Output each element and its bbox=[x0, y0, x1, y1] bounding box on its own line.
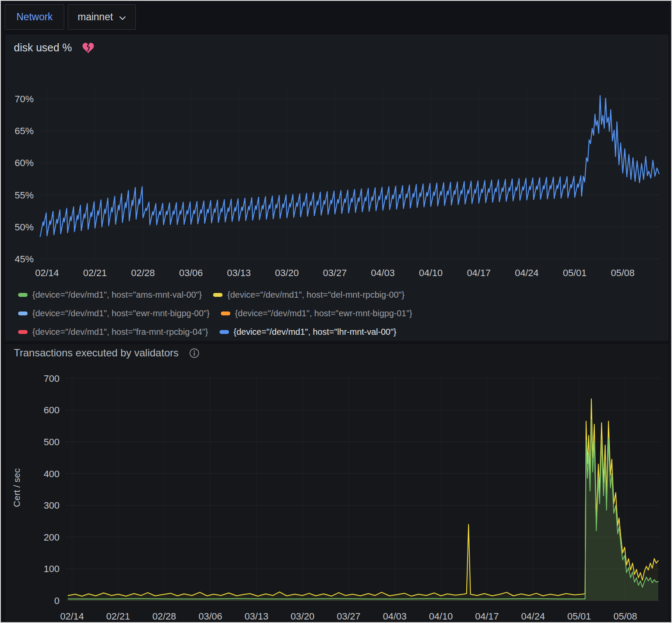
x-tick-label: 02/28 bbox=[152, 611, 176, 622]
x-tick-label: 05/01 bbox=[567, 611, 591, 622]
x-tick-label: 03/20 bbox=[275, 267, 299, 278]
x-tick-label: 04/10 bbox=[429, 611, 453, 622]
chevron-down-icon bbox=[119, 11, 126, 23]
network-variable-dropdown[interactable]: mainnet bbox=[68, 4, 136, 30]
series-path bbox=[68, 420, 658, 599]
series-path bbox=[40, 96, 659, 236]
x-tick-label: 04/03 bbox=[371, 267, 395, 278]
disk-used-panel: disk used % 02/1402/2102/2803/0603/1303/… bbox=[5, 35, 669, 341]
x-tick-label: 03/13 bbox=[227, 267, 251, 278]
legend-item[interactable]: {device="/dev/md1", host="del-mnt-rpcbig… bbox=[213, 290, 405, 300]
legend-item[interactable]: {device="/dev/md1", host="ewr-mnt-bigpg-… bbox=[221, 308, 412, 318]
x-tick-label: 05/08 bbox=[613, 611, 637, 622]
x-tick-label: 03/27 bbox=[337, 611, 361, 622]
network-variable-label-text: Network bbox=[16, 11, 53, 23]
transactions-panel: Transactions executed by validators 02/1… bbox=[5, 344, 669, 623]
y-tick-label: 70% bbox=[15, 94, 34, 104]
x-tick-label: 02/28 bbox=[131, 267, 155, 278]
y-tick-label: 100 bbox=[44, 563, 60, 574]
x-tick-label: 04/10 bbox=[419, 267, 443, 278]
y-tick-label: 300 bbox=[44, 500, 60, 511]
x-tick-label: 04/03 bbox=[383, 611, 407, 622]
x-tick-label: 04/24 bbox=[515, 267, 539, 278]
network-variable-value: mainnet bbox=[78, 11, 113, 23]
x-tick-label: 04/17 bbox=[475, 611, 499, 622]
y-tick-label: 60% bbox=[15, 157, 34, 168]
legend-item[interactable]: {device="/dev/md1", host="ewr-mnt-bigpg-… bbox=[18, 308, 210, 318]
legend-series-color bbox=[220, 330, 229, 334]
x-tick-label: 04/17 bbox=[467, 267, 491, 278]
legend-item[interactable]: {device="/dev/md1", host="lhr-mnt-val-00… bbox=[220, 327, 396, 337]
series-area bbox=[68, 420, 658, 601]
y-tick-label: 55% bbox=[15, 190, 34, 201]
x-tick-label: 03/27 bbox=[323, 267, 347, 278]
legend-series-color bbox=[18, 330, 28, 334]
x-tick-label: 05/01 bbox=[563, 267, 587, 278]
legend-series-color bbox=[18, 312, 28, 315]
legend-series-color bbox=[221, 312, 230, 315]
legend-series-label: {device="/dev/md1", host="lhr-mnt-val-00… bbox=[234, 327, 396, 337]
legend-item[interactable]: {device="/dev/md1", host="ams-mnt-val-00… bbox=[18, 290, 202, 300]
legend-series-label: {device="/dev/md1", host="del-mnt-rpcbig… bbox=[227, 290, 405, 300]
info-icon[interactable] bbox=[189, 348, 200, 359]
x-tick-label: 04/24 bbox=[521, 611, 545, 622]
legend-series-label: {device="/dev/md1", host="fra-mnt-rpcbig… bbox=[32, 327, 208, 337]
tx-panel-title[interactable]: Transactions executed by validators bbox=[14, 347, 200, 359]
y-tick-label: 700 bbox=[44, 373, 60, 384]
broken-heart-icon bbox=[82, 42, 94, 53]
x-tick-label: 03/13 bbox=[245, 611, 268, 622]
y-tick-label: 600 bbox=[44, 405, 60, 415]
legend-series-color bbox=[18, 293, 28, 297]
series-path bbox=[68, 399, 658, 596]
x-tick-label: 03/20 bbox=[291, 611, 314, 622]
legend: {device="/dev/md1", host="ams-mnt-val-00… bbox=[18, 290, 570, 337]
series-area bbox=[68, 399, 658, 601]
x-tick-label: 02/14 bbox=[35, 267, 59, 278]
legend-item[interactable]: {device="/dev/md1", host="fra-mnt-rpcbig… bbox=[18, 327, 208, 337]
y-tick-label: 200 bbox=[44, 532, 60, 543]
transactions-chart[interactable]: 02/1402/2102/2803/0603/1303/2003/2704/03… bbox=[5, 344, 669, 623]
legend-series-label: {device="/dev/md1", host="ewr-mnt-bigpg-… bbox=[32, 308, 210, 318]
y-tick-label: 45% bbox=[15, 254, 34, 264]
y-axis-title: Cert / sec bbox=[12, 469, 22, 507]
legend-series-color bbox=[213, 293, 223, 297]
network-variable-label: Network bbox=[5, 4, 64, 30]
grafana-dashboard: { "toolbar": { "network_label": "Network… bbox=[0, 0, 672, 623]
disk-panel-title[interactable]: disk used % bbox=[14, 41, 94, 54]
legend-series-label: {device="/dev/md1", host="ewr-mnt-bigpg-… bbox=[235, 308, 412, 318]
x-tick-label: 03/06 bbox=[179, 267, 203, 278]
y-tick-label: 50% bbox=[15, 222, 34, 233]
x-tick-label: 02/21 bbox=[106, 611, 130, 622]
y-tick-label: 400 bbox=[44, 469, 60, 479]
x-tick-label: 02/14 bbox=[60, 611, 84, 622]
y-tick-label: 0 bbox=[54, 595, 60, 606]
x-tick-label: 02/21 bbox=[83, 267, 107, 278]
x-tick-label: 05/08 bbox=[611, 267, 634, 278]
variables-bar: Network mainnet bbox=[1, 1, 671, 32]
y-tick-label: 500 bbox=[44, 437, 60, 447]
x-tick-label: 03/06 bbox=[198, 611, 222, 622]
y-tick-label: 65% bbox=[15, 126, 34, 136]
legend-series-label: {device="/dev/md1", host="ams-mnt-val-00… bbox=[32, 290, 202, 300]
disk-panel-title-text: disk used % bbox=[14, 41, 72, 54]
disk-used-chart[interactable]: 02/1402/2102/2803/0603/1303/2003/2704/03… bbox=[5, 35, 669, 284]
tx-panel-title-text: Transactions executed by validators bbox=[14, 347, 179, 359]
